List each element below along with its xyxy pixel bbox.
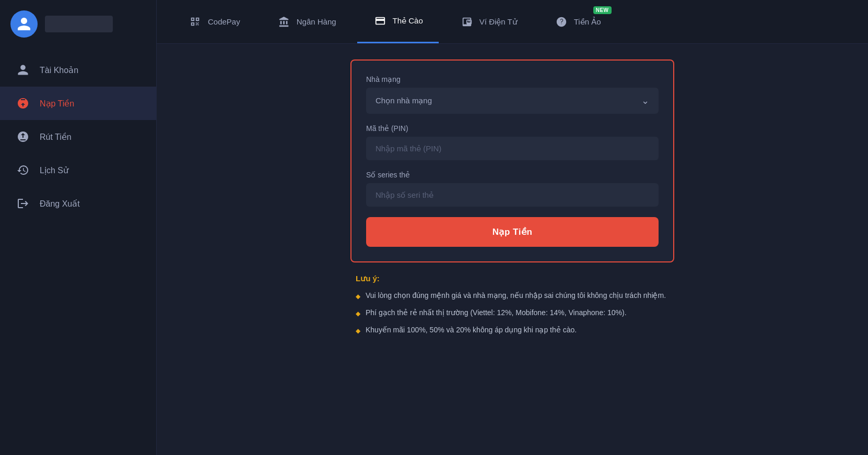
- serial-section: Số series thẻ: [366, 171, 659, 207]
- sidebar-item-nap-tien[interactable]: Nạp Tiền: [0, 87, 156, 120]
- notes-title: Lưu ý:: [356, 274, 669, 283]
- content-area: Nhà mạng Chọn nhà mạng ⌄ Mã thẻ (PIN) Số…: [157, 44, 868, 455]
- sidebar-header: [0, 0, 156, 48]
- sidebar-item-tai-khoan[interactable]: Tài Khoản: [0, 53, 156, 87]
- deposit-icon: [16, 96, 30, 111]
- notes-section: Lưu ý: ◆ Vui lòng chọn đúng mệnh giá và …: [350, 274, 674, 337]
- network-section: Nhà mạng Chọn nhà mạng ⌄: [366, 75, 659, 114]
- sidebar-item-label-active: Nạp Tiền: [40, 99, 74, 109]
- serial-input[interactable]: [366, 183, 659, 207]
- sidebar-item-label: Lịch Sử: [40, 165, 68, 175]
- diamond-icon-3: ◆: [356, 326, 360, 336]
- history-icon: [16, 163, 30, 177]
- diamond-icon-1: ◆: [356, 292, 360, 302]
- note-item-2: ◆ Phí gạch thẻ rẻ nhất thị trường (Viett…: [356, 307, 669, 319]
- serial-label: Số series thẻ: [366, 171, 659, 179]
- tab-codepay-label: CodePay: [208, 17, 240, 26]
- chevron-down-icon: ⌄: [641, 95, 649, 106]
- main-content: CodePay Ngân Hàng Thẻ Cào: [157, 0, 868, 455]
- new-badge-tien-ao: NEW: [593, 6, 612, 14]
- sidebar-item-label: Rút Tiền: [40, 132, 72, 142]
- network-select-placeholder: Chọn nhà mạng: [376, 96, 432, 105]
- sidebar-navigation: Tài Khoản Nạp Tiền Rút Tiền: [0, 48, 156, 225]
- tab-bar: CodePay Ngân Hàng Thẻ Cào: [157, 0, 868, 44]
- avatar: [10, 10, 38, 38]
- tab-ngan-hang[interactable]: Ngân Hàng: [261, 0, 352, 43]
- pin-section: Mã thẻ (PIN): [366, 124, 659, 160]
- tab-vi-dien-tu[interactable]: Ví Điện Tử: [444, 0, 533, 43]
- username-box: [45, 16, 113, 32]
- crypto-icon: [554, 15, 569, 29]
- network-select[interactable]: Chọn nhà mạng ⌄: [366, 88, 659, 114]
- sidebar-item-rut-tien[interactable]: Rút Tiền: [0, 120, 156, 153]
- note-text-3: Khuyến mãi 100%, 50% và 20% không áp dụn…: [366, 324, 577, 336]
- tab-codepay[interactable]: CodePay: [172, 0, 256, 43]
- note-text-1: Vui lòng chọn đúng mệnh giá và nhà mạng,…: [366, 290, 666, 301]
- sidebar: Tài Khoản Nạp Tiền Rút Tiền: [0, 0, 157, 455]
- sidebar-item-dang-xuat[interactable]: Đăng Xuất: [0, 187, 156, 220]
- withdraw-icon: [16, 129, 30, 144]
- tab-the-cao[interactable]: Thẻ Cào: [357, 0, 439, 43]
- sidebar-item-label: Đăng Xuất: [40, 199, 80, 209]
- tab-tien-ao[interactable]: Tiền Ảo NEW: [538, 0, 617, 43]
- tab-the-cao-label: Thẻ Cào: [393, 16, 423, 26]
- note-item-3: ◆ Khuyến mãi 100%, 50% và 20% không áp d…: [356, 324, 669, 336]
- network-label: Nhà mạng: [366, 75, 659, 83]
- submit-button[interactable]: Nạp Tiền: [366, 217, 659, 247]
- logout-icon: [16, 196, 30, 211]
- codepay-icon: [188, 15, 203, 29]
- card-icon: [373, 14, 388, 28]
- tab-ngan-hang-label: Ngân Hàng: [297, 17, 336, 26]
- notes-list: ◆ Vui lòng chọn đúng mệnh giá và nhà mạn…: [356, 290, 669, 337]
- pin-label: Mã thẻ (PIN): [366, 124, 659, 133]
- sidebar-item-label: Tài Khoản: [40, 65, 78, 75]
- diamond-icon-2: ◆: [356, 309, 360, 319]
- tab-tien-ao-label: Tiền Ảo: [574, 17, 601, 27]
- sidebar-item-lich-su[interactable]: Lịch Sử: [0, 153, 156, 187]
- bank-icon: [277, 15, 291, 29]
- user-icon: [16, 63, 30, 77]
- pin-input[interactable]: [366, 137, 659, 160]
- wallet-icon: [460, 15, 474, 29]
- tab-vi-dien-tu-label: Ví Điện Tử: [479, 17, 518, 27]
- note-text-2: Phí gạch thẻ rẻ nhất thị trường (Viettel…: [366, 307, 627, 318]
- deposit-form-card: Nhà mạng Chọn nhà mạng ⌄ Mã thẻ (PIN) Số…: [350, 59, 674, 262]
- note-item-1: ◆ Vui lòng chọn đúng mệnh giá và nhà mạn…: [356, 290, 669, 302]
